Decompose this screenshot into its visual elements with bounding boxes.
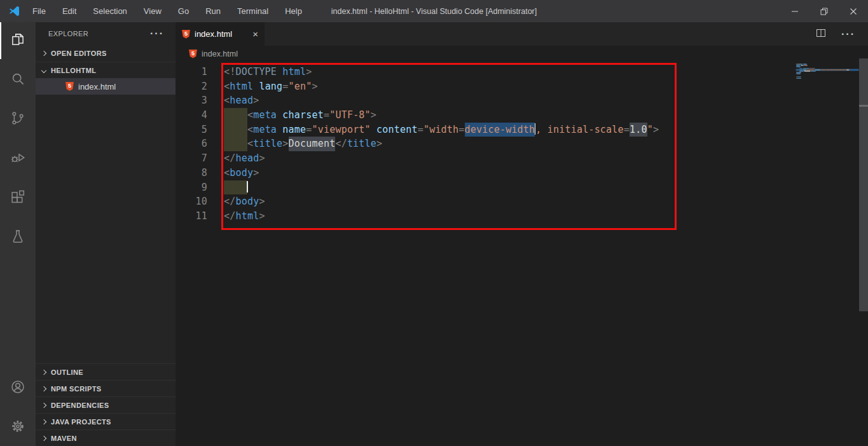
source-control-icon <box>10 110 26 126</box>
code-text: <!DOCTYPE html> <box>224 65 312 79</box>
menubar: FileEditSelectionViewGoRunTerminalHelp <box>24 0 310 22</box>
beaker-icon <box>10 228 26 245</box>
code-text: <meta charset="UTF-8"> <box>224 108 376 123</box>
html-file-icon: 5 <box>189 50 197 58</box>
activity-testing[interactable] <box>0 217 36 256</box>
activity-source-control[interactable] <box>0 98 36 138</box>
chevron-right-icon <box>41 369 46 374</box>
code-line-7[interactable]: 7</head> <box>176 151 868 166</box>
code-line-9[interactable]: 9 <box>176 180 868 195</box>
code-line-5[interactable]: 5 <meta name="viewport" content="width=d… <box>176 123 868 137</box>
line-number: 7 <box>176 151 207 166</box>
code-line-1[interactable]: 1<!DOCTYPE html> <box>176 65 868 79</box>
code-text: <head> <box>224 93 259 108</box>
line-number: 1 <box>176 65 207 79</box>
line-number: 9 <box>176 180 207 195</box>
code-text: <title>Document</title> <box>224 137 382 151</box>
code-text <box>224 180 248 195</box>
gear-icon <box>10 418 26 435</box>
menu-run[interactable]: Run <box>197 0 229 22</box>
editor-more-actions-icon[interactable]: ··· <box>841 31 855 37</box>
section-maven[interactable]: MAVEN <box>36 429 176 446</box>
sidebar-title: EXPLORER <box>48 30 88 37</box>
close-button[interactable] <box>839 0 868 22</box>
activity-run-and-debug[interactable] <box>0 138 36 177</box>
code-line-11[interactable]: 11</html> <box>176 209 868 224</box>
line-number: 8 <box>176 166 207 180</box>
extensions-icon <box>10 189 26 205</box>
chevron-right-icon <box>41 51 46 56</box>
overview-ruler-selection-marker <box>859 105 868 107</box>
line-number: 3 <box>176 93 207 108</box>
minimize-button[interactable] <box>780 0 809 22</box>
file-tree: 5index.html <box>36 78 176 95</box>
code-line-4[interactable]: 4 <meta charset="UTF-8"> <box>176 108 868 123</box>
split-editor-icon[interactable] <box>816 28 826 41</box>
breadcrumb-item[interactable]: index.html <box>202 50 238 58</box>
code-line-3[interactable]: 3<head> <box>176 93 868 108</box>
code-line-6[interactable]: 6 <title>Document</title> <box>176 137 868 151</box>
section-label: JAVA PROJECTS <box>51 418 111 426</box>
html-file-icon: 5 <box>182 30 190 39</box>
line-number: 6 <box>176 137 207 151</box>
code-line-10[interactable]: 10</body> <box>176 194 868 209</box>
menu-selection[interactable]: Selection <box>85 0 135 22</box>
account-icon <box>10 379 26 395</box>
text-cursor <box>247 181 248 193</box>
menu-help[interactable]: Help <box>277 0 310 22</box>
activity-settings[interactable] <box>0 407 36 446</box>
file-label: index.html <box>78 82 116 91</box>
section-outline[interactable]: OUTLINE <box>36 363 176 380</box>
sidebar-title-row: EXPLORER ··· <box>36 22 176 45</box>
line-number: 11 <box>176 209 207 224</box>
menu-view[interactable]: View <box>135 0 170 22</box>
file-index.html[interactable]: 5index.html <box>36 78 176 95</box>
minimap[interactable] <box>796 64 858 79</box>
restore-button[interactable] <box>809 0 839 22</box>
activity-bar <box>0 22 36 446</box>
section-open-editors[interactable]: OPEN EDITORS <box>36 45 176 62</box>
section-workspace-hellohtml[interactable]: HELLOHTML <box>36 62 176 78</box>
code-line-2[interactable]: 2<html lang="en"> <box>176 79 868 94</box>
menu-file[interactable]: File <box>24 0 54 22</box>
section-label: OPEN EDITORS <box>51 50 107 57</box>
chevron-right-icon <box>41 402 46 407</box>
sidebar-empty-area <box>36 95 176 363</box>
editor-group: 5 index.html × ··· 5 index.html 1<!DOCTY… <box>176 22 868 446</box>
code-line-8[interactable]: 8<body> <box>176 166 868 180</box>
menu-terminal[interactable]: Terminal <box>229 0 277 22</box>
chevron-down-icon <box>41 67 46 72</box>
code-text: </body> <box>224 194 265 209</box>
editor-scrollbar[interactable] <box>859 58 868 311</box>
debug-icon <box>10 149 26 166</box>
activity-explorer[interactable] <box>0 20 36 59</box>
menu-edit[interactable]: Edit <box>54 0 85 22</box>
section-npm-scripts[interactable]: NPM SCRIPTS <box>36 380 176 396</box>
section-label: OUTLINE <box>51 368 83 376</box>
chevron-right-icon <box>41 435 46 440</box>
explorer-sidebar: EXPLORER ··· OPEN EDITORS HELLOHTML 5ind… <box>36 22 176 446</box>
tab-label: index.html <box>195 29 248 39</box>
code-editor[interactable]: 1<!DOCTYPE html>2<html lang="en">3<head>… <box>176 62 868 446</box>
section-dependencies[interactable]: DEPENDENCIES <box>36 396 176 413</box>
section-label: HELLOHTML <box>51 67 96 74</box>
html-file-icon: 5 <box>65 82 74 91</box>
window-title: index.html - HelloHtml - Visual Studio C… <box>331 7 537 16</box>
line-number: 4 <box>176 108 207 123</box>
code-text: <html lang="en"> <box>224 79 318 94</box>
tab-index-html[interactable]: 5 index.html × <box>176 22 265 46</box>
activity-extensions[interactable] <box>0 177 36 217</box>
code-text: </head> <box>224 151 265 166</box>
section-java-projects[interactable]: JAVA PROJECTS <box>36 413 176 429</box>
activity-search[interactable] <box>0 59 36 98</box>
activity-accounts[interactable] <box>0 367 36 407</box>
section-label: NPM SCRIPTS <box>51 385 102 393</box>
menu-go[interactable]: Go <box>170 0 197 22</box>
tab-close-icon[interactable]: × <box>252 29 258 39</box>
breadcrumb[interactable]: 5 index.html <box>176 46 868 62</box>
sidebar-bottom-sections: OUTLINENPM SCRIPTSDEPENDENCIESJAVA PROJE… <box>36 363 176 446</box>
editor-actions: ··· <box>816 22 868 46</box>
sidebar-more-actions-icon[interactable]: ··· <box>150 30 164 37</box>
window-controls <box>780 0 868 22</box>
files-icon <box>10 31 26 48</box>
